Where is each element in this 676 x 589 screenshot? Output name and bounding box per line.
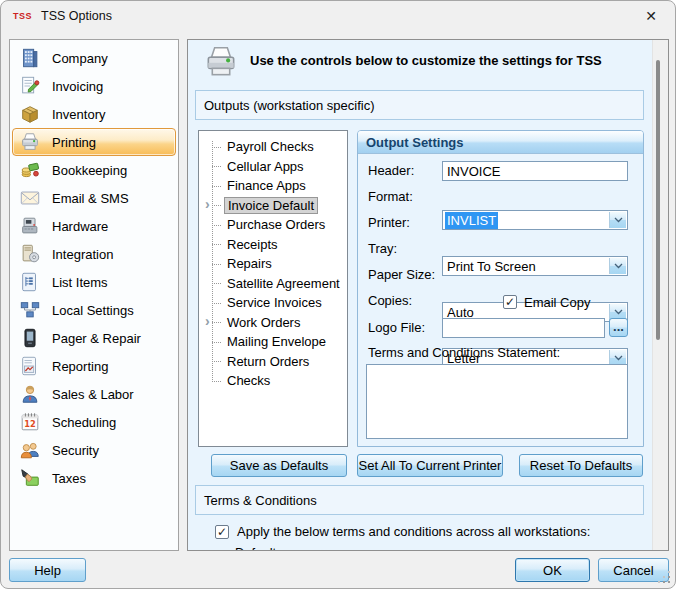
people-icon bbox=[18, 438, 42, 462]
bookkeeping-icon bbox=[18, 158, 42, 182]
sidebar-item-label: Taxes bbox=[52, 471, 86, 486]
header-field-label: Header: bbox=[368, 161, 414, 181]
tree-item-label: Satellite Agreement bbox=[224, 276, 343, 291]
sidebar-item-label: Printing bbox=[52, 135, 96, 150]
output-settings-header: Output Settings bbox=[358, 131, 643, 154]
sidebar-item-security[interactable]: Security bbox=[12, 436, 176, 464]
tree-item-label: Repairs bbox=[224, 256, 275, 271]
sidebar-item-label: Pager & Repair bbox=[52, 331, 141, 346]
report-chart-icon bbox=[18, 354, 42, 378]
chevron-down-icon[interactable] bbox=[609, 258, 626, 274]
sidebar-item-integration[interactable]: Integration bbox=[12, 240, 176, 268]
sidebar-item-label: List Items bbox=[52, 275, 108, 290]
window-title: TSS Options bbox=[41, 9, 112, 23]
tree-item-label: Payroll Checks bbox=[224, 139, 317, 154]
tree-item-label: Receipts bbox=[224, 237, 281, 252]
output-settings-title: Output Settings bbox=[366, 135, 464, 150]
tree-item-repairs[interactable]: Repairs bbox=[205, 254, 345, 274]
sidebar-item-invoicing[interactable]: Invoicing bbox=[12, 72, 176, 100]
tss-options-dialog: TSS TSS Options ✕ CompanyInvoicingInvent… bbox=[0, 0, 676, 589]
list-items-icon bbox=[18, 270, 42, 294]
tree-item-label: Finance Apps bbox=[224, 178, 309, 193]
browse-button[interactable]: ... bbox=[609, 318, 628, 337]
tree-item-work-orders[interactable]: ›Work Orders bbox=[205, 313, 345, 333]
hand-card-icon bbox=[18, 466, 42, 490]
sidebar-item-label: Security bbox=[52, 443, 99, 458]
sidebar-item-hardware[interactable]: Hardware bbox=[12, 212, 176, 240]
sidebar-item-label: Hardware bbox=[52, 219, 108, 234]
ok-button[interactable]: OK bbox=[515, 558, 590, 582]
help-button[interactable]: Help bbox=[9, 558, 86, 582]
clipped-default-text: Default bbox=[235, 545, 276, 551]
logo-file-field-label: Logo File: bbox=[368, 318, 425, 338]
tray-field-label: Tray: bbox=[368, 239, 397, 259]
sidebar-item-label: Scheduling bbox=[52, 415, 116, 430]
sidebar-item-list-items[interactable]: List Items bbox=[12, 268, 176, 296]
sidebar-item-local-settings[interactable]: Local Settings bbox=[12, 296, 176, 324]
tree-item-mailing-envelope[interactable]: Mailing Envelope bbox=[205, 332, 345, 352]
sidebar-item-label: Reporting bbox=[52, 359, 108, 374]
output-types-tree: Payroll ChecksCellular AppsFinance Apps›… bbox=[198, 130, 348, 447]
cancel-button[interactable]: Cancel bbox=[598, 558, 669, 582]
tree-item-return-orders[interactable]: Return Orders bbox=[205, 352, 345, 372]
sidebar-item-inventory[interactable]: Inventory bbox=[12, 100, 176, 128]
sidebar-item-email-sms[interactable]: Email & SMS bbox=[12, 184, 176, 212]
format-combobox[interactable]: INVLIST bbox=[442, 210, 628, 230]
email-copy-row: ✓ Email Copy bbox=[503, 292, 590, 312]
printer-value: Print To Screen bbox=[447, 258, 536, 275]
sidebar-item-printing[interactable]: Printing bbox=[12, 128, 176, 156]
tree-item-payroll-checks[interactable]: Payroll Checks bbox=[205, 137, 345, 157]
terms-section-header[interactable]: Terms & Conditions bbox=[195, 485, 644, 515]
terms-statement-textarea[interactable] bbox=[366, 364, 628, 439]
format-field-label: Format: bbox=[368, 187, 413, 207]
save-as-defaults-button[interactable]: Save as Defaults bbox=[211, 454, 347, 477]
main-panel: Use the controls below to customize the … bbox=[187, 39, 669, 551]
sidebar-item-pager-repair[interactable]: Pager & Repair bbox=[12, 324, 176, 352]
sidebar-item-reporting[interactable]: Reporting bbox=[12, 352, 176, 380]
printer-combobox[interactable]: Print To Screen bbox=[442, 256, 628, 276]
set-all-to-current-printer-button[interactable]: Set All To Current Printer bbox=[357, 454, 503, 477]
sidebar-item-label: Company bbox=[52, 51, 108, 66]
tree-item-label: Work Orders bbox=[224, 315, 303, 330]
tree-item-service-invoices[interactable]: Service Invoices bbox=[205, 293, 345, 313]
sidebar-item-company[interactable]: Company bbox=[12, 44, 176, 72]
email-copy-checkbox[interactable]: ✓ bbox=[503, 295, 517, 309]
person-icon bbox=[18, 382, 42, 406]
email-icon bbox=[18, 186, 42, 210]
tree-item-label: Return Orders bbox=[224, 354, 312, 369]
chevron-right-icon[interactable]: › bbox=[205, 313, 210, 329]
app-logo-icon: TSS bbox=[13, 11, 32, 21]
pager-icon bbox=[18, 326, 42, 350]
tree-item-receipts[interactable]: Receipts bbox=[205, 235, 345, 255]
printer-field-label: Printer: bbox=[368, 213, 410, 233]
tree-item-purchase-orders[interactable]: Purchase Orders bbox=[205, 215, 345, 235]
scrollbar-thumb[interactable] bbox=[656, 60, 660, 340]
svg-text:12: 12 bbox=[24, 419, 36, 429]
tree-item-cellular-apps[interactable]: Cellular Apps bbox=[205, 157, 345, 177]
apply-terms-checkbox[interactable]: ✓ bbox=[215, 525, 229, 539]
outputs-section-header[interactable]: Outputs (workstation specific) bbox=[195, 90, 644, 120]
sidebar-item-taxes[interactable]: Taxes bbox=[12, 464, 176, 492]
outputs-section-title: Outputs (workstation specific) bbox=[204, 98, 375, 113]
logo-file-input[interactable] bbox=[442, 318, 605, 338]
reset-to-defaults-button[interactable]: Reset To Defaults bbox=[519, 454, 643, 477]
tree-item-satellite-agreement[interactable]: Satellite Agreement bbox=[205, 274, 345, 294]
apply-terms-label: Apply the below terms and conditions acr… bbox=[237, 524, 590, 539]
printer-icon bbox=[18, 130, 42, 154]
resize-grip[interactable] bbox=[668, 581, 670, 583]
tree-item-invoice-default[interactable]: ›Invoice Default bbox=[205, 196, 345, 216]
close-icon[interactable]: ✕ bbox=[639, 5, 663, 27]
sidebar-item-bookkeeping[interactable]: Bookkeeping bbox=[12, 156, 176, 184]
tree-item-finance-apps[interactable]: Finance Apps bbox=[205, 176, 345, 196]
header-input[interactable] bbox=[442, 161, 628, 181]
sidebar-item-label: Invoicing bbox=[52, 79, 103, 94]
hardware-icon bbox=[18, 214, 42, 238]
scrollbar-track[interactable] bbox=[652, 40, 668, 550]
chevron-right-icon[interactable]: › bbox=[205, 196, 210, 212]
chevron-down-icon[interactable] bbox=[609, 212, 626, 228]
calendar-icon: 12 bbox=[18, 410, 42, 434]
sidebar-item-label: Inventory bbox=[52, 107, 105, 122]
sidebar-item-sales-labor[interactable]: Sales & Labor bbox=[12, 380, 176, 408]
tree-item-checks[interactable]: Checks bbox=[205, 371, 345, 391]
sidebar-item-scheduling[interactable]: 12Scheduling bbox=[12, 408, 176, 436]
